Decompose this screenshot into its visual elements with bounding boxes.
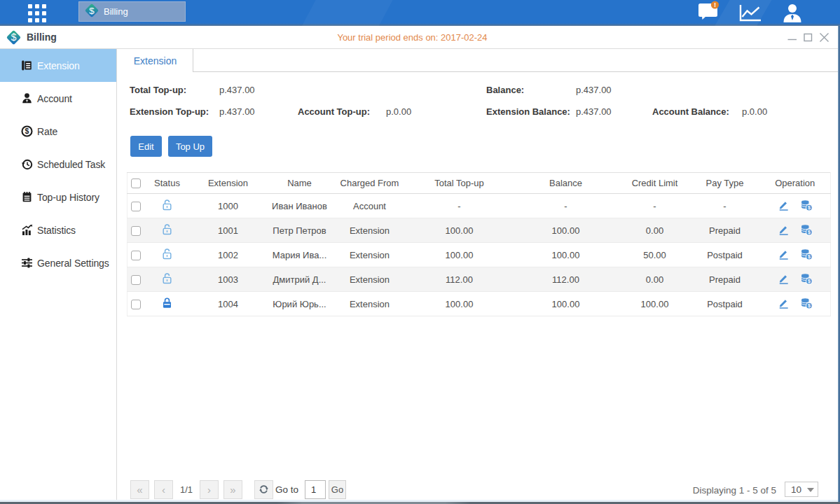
edit-button[interactable]: Edit (130, 136, 162, 157)
table-row-1002: 1002Мария Ива...Extension100.00100.0050.… (128, 243, 831, 267)
row-checkbox[interactable] (131, 226, 141, 236)
svg-text:$: $ (89, 5, 95, 15)
refresh-button[interactable] (254, 480, 273, 499)
cell-pay-type: Prepaid (690, 267, 760, 292)
cell-credit-limit: 0.00 (620, 267, 690, 292)
sidebar-item-extension[interactable]: Extension (0, 49, 116, 82)
first-page-button[interactable]: « (130, 480, 149, 499)
tab-extension[interactable]: Extension (118, 49, 193, 72)
refresh-icon (259, 484, 269, 496)
sidebar-item-statistics[interactable]: Statistics (0, 214, 116, 246)
previous-page-button[interactable]: ‹ (154, 480, 173, 499)
edit-icon[interactable] (777, 248, 789, 262)
edit-icon[interactable] (777, 223, 789, 237)
lock-open-icon (160, 198, 174, 214)
taskbar-item-billing[interactable]: $ Billing (78, 1, 186, 22)
select-all-checkbox[interactable] (131, 178, 141, 188)
svg-text:$: $ (808, 205, 811, 211)
taskbar-item-label: Billing (104, 6, 128, 17)
pagination-bar: « ‹ 1/1 › » Go to Go Displaying 1 - 5 of… (118, 480, 838, 500)
row-checkbox[interactable] (131, 275, 141, 285)
row-checkbox[interactable] (131, 251, 141, 260)
edit-icon[interactable] (777, 272, 789, 286)
user-icon (783, 4, 802, 22)
svg-text:$: $ (808, 303, 811, 309)
top-up-button[interactable]: Top Up (168, 136, 212, 157)
cell-name: Юрий Юрь... (267, 292, 333, 316)
topup-coins-icon[interactable]: $ (800, 297, 813, 312)
cell-balance: 112.00 (512, 267, 620, 292)
rate-icon: $ (21, 125, 33, 137)
extensions-table: StatusExtensionNameCharged FromTotal Top… (127, 172, 831, 316)
last-page-button[interactable]: » (223, 480, 242, 499)
lock-closed-icon (160, 296, 174, 312)
notifications-button[interactable]: ! (698, 0, 719, 26)
main-panel: Extension Total Top-up:p.437.00Balance:p… (118, 49, 838, 500)
page-size-select[interactable]: 10 (785, 482, 818, 497)
topup-coins-icon[interactable]: $ (800, 223, 813, 238)
user-menu-button[interactable] (783, 0, 802, 26)
billing-diamond-icon: $ (84, 3, 99, 21)
cell-balance: 100.00 (512, 243, 620, 267)
cell-pay-type: Postpaid (690, 243, 760, 267)
topup-coins-icon[interactable]: $ (800, 199, 813, 214)
svg-text:$: $ (808, 254, 811, 260)
statistics-icon (21, 224, 33, 236)
row-checkbox[interactable] (131, 300, 141, 309)
cell-extension: 1003 (190, 267, 267, 292)
scheduled-task-icon (21, 158, 33, 170)
go-button[interactable]: Go (329, 480, 346, 499)
summary-label-account-top-up: Account Top-up: (298, 106, 370, 117)
summary-value-account-top-up: p.0.00 (386, 106, 411, 117)
cell-charged-from: Extension (333, 218, 407, 243)
cell-balance: - (512, 194, 620, 218)
cell-charged-from: Account (333, 194, 407, 218)
sidebar-item-account[interactable]: Account (0, 82, 116, 115)
edit-icon[interactable] (777, 199, 789, 213)
cell-total-topup: - (407, 194, 512, 218)
app-grid-button[interactable] (28, 4, 47, 22)
sidebar-item-scheduled-task[interactable]: Scheduled Task (0, 148, 116, 181)
next-page-button[interactable]: › (200, 480, 219, 499)
summary-label-extension-balance: Extension Balance: (486, 106, 570, 117)
edit-icon[interactable] (777, 297, 789, 311)
sidebar-item-top-up-history[interactable]: Top-up History (0, 181, 116, 214)
cell-operation: $ (760, 267, 831, 292)
goto-page-input[interactable] (305, 480, 326, 499)
sidebar-item-rate[interactable]: $ Rate (0, 115, 116, 148)
table-row-1001: 1001Петр ПетровExtension100.00100.000.00… (128, 218, 831, 243)
topup-history-icon (21, 191, 33, 203)
window-titlebar: $ Billing Your trial period ends on: 201… (0, 26, 840, 49)
cell-operation: $ (760, 218, 831, 243)
cell-pay-type: Prepaid (690, 218, 760, 243)
column-header-extension: Extension (190, 173, 267, 194)
account-icon (21, 92, 33, 104)
lock-open-icon (160, 247, 174, 262)
svg-text:$: $ (808, 230, 811, 235)
cell-pay-type: - (690, 194, 760, 218)
cell-pay-type: Postpaid (690, 292, 760, 316)
table-row-1004: 1004Юрий Юрь...Extension100.00100.00100.… (128, 292, 831, 316)
cell-operation: $ (760, 292, 831, 316)
summary-value-account-balance: p.0.00 (742, 106, 767, 117)
summary-label-extension-top-up: Extension Top-up: (130, 106, 209, 117)
table-header-row: StatusExtensionNameCharged FromTotal Top… (128, 173, 831, 194)
minimize-button[interactable] (785, 26, 799, 49)
chevron-down-icon (807, 488, 814, 492)
trial-notice: Your trial period ends on: 2017-02-24 (0, 32, 825, 43)
sidebar-item-general-settings[interactable]: General Settings (0, 246, 116, 279)
cell-name: Мария Ива... (267, 243, 333, 267)
topup-coins-icon[interactable]: $ (800, 272, 813, 287)
lock-open-icon (160, 223, 174, 238)
cell-credit-limit: 100.00 (620, 292, 690, 316)
action-buttons: Edit Top Up (130, 136, 212, 157)
svg-text:$: $ (808, 279, 811, 284)
reports-button[interactable] (739, 0, 762, 26)
topup-coins-icon[interactable]: $ (800, 248, 813, 262)
cell-total-topup: 100.00 (407, 243, 512, 267)
extension-icon (21, 59, 33, 71)
maximize-button[interactable] (801, 26, 815, 49)
row-checkbox[interactable] (131, 202, 141, 211)
tab-bar: Extension (118, 49, 838, 72)
close-button[interactable] (817, 26, 831, 49)
